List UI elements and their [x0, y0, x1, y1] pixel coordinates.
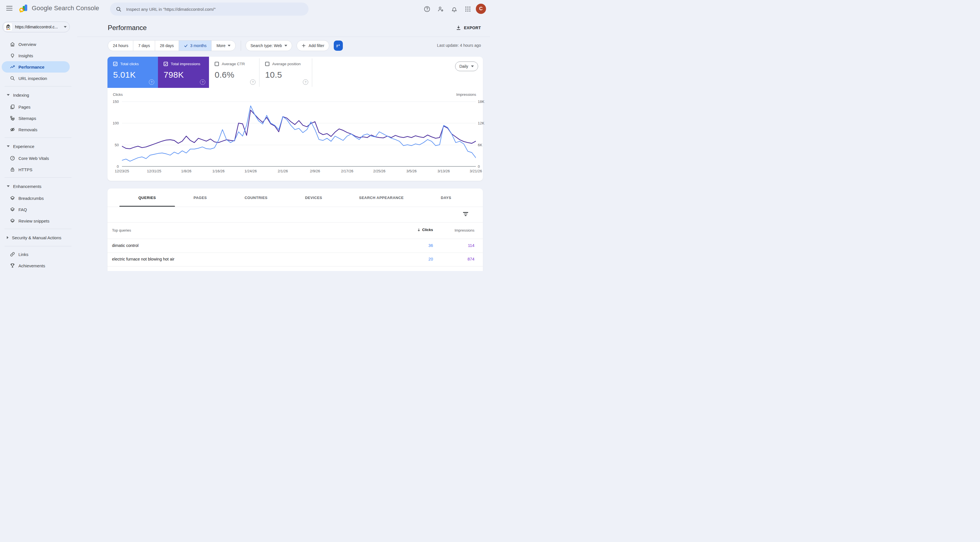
help-icon[interactable]: ? — [200, 79, 205, 85]
y-tick-label: 150 — [113, 100, 119, 104]
header-divider — [77, 37, 490, 37]
compare-filter-button[interactable] — [334, 41, 343, 51]
checkbox-checked-icon[interactable] — [113, 62, 118, 66]
sidebar-item-overview[interactable]: Overview — [0, 38, 77, 50]
tile-divider — [312, 59, 312, 87]
column-header-clicks-sorted[interactable]: Clicks — [417, 227, 433, 232]
sidebar-item-insights[interactable]: Insights — [0, 50, 77, 61]
caret-down-icon — [7, 94, 10, 96]
checkbox-unchecked-icon[interactable] — [265, 62, 269, 66]
metric-tile-total-impressions[interactable]: Total impressions 798K ? — [158, 57, 209, 88]
sort-arrow-down-icon — [417, 228, 421, 232]
lock-icon — [10, 167, 15, 172]
y-tick-label: 0 — [478, 164, 480, 168]
date-range-3-months-selected[interactable]: 3 months — [179, 41, 212, 51]
page-title: Performance — [108, 24, 146, 32]
x-tick-label: 2/25/26 — [373, 169, 385, 173]
tab-days[interactable]: DAYS — [441, 189, 452, 207]
sidebar-item-removals[interactable]: Removals — [0, 124, 77, 135]
performance-chart-svg[interactable] — [122, 102, 476, 166]
date-range-more[interactable]: More — [212, 41, 235, 51]
x-tick-label: 1/24/26 — [245, 169, 257, 173]
metric-tile-average-position[interactable]: Average position 10.5 ? — [259, 57, 312, 88]
sidebar-divider — [5, 246, 72, 246]
tab-countries[interactable]: COUNTRIES — [245, 189, 267, 207]
search-icon — [116, 6, 122, 12]
filter-list-icon[interactable] — [463, 212, 468, 216]
sidebar-item-links[interactable]: Links — [0, 249, 77, 260]
active-tab-underline — [119, 206, 175, 207]
hamburger-menu-icon[interactable] — [6, 6, 13, 12]
sidebar-item-url-inspection[interactable]: URL inspection — [0, 73, 77, 84]
filter-bar: 24 hours 7 days 28 days 3 months More Se… — [108, 40, 343, 51]
y-tick-label: 50 — [115, 143, 119, 147]
trophy-icon — [10, 263, 15, 269]
table-toolbar — [107, 207, 483, 223]
tab-search-appearance[interactable]: SEARCH APPEARANCE — [359, 189, 404, 207]
help-icon[interactable]: ? — [250, 79, 256, 85]
checkbox-unchecked-icon[interactable] — [215, 62, 219, 66]
date-range-7-days[interactable]: 7 days — [133, 41, 155, 51]
clicks-cell: 20 — [428, 257, 433, 261]
metric-tile-average-ctr[interactable]: Average CTR 0.6% ? — [209, 57, 259, 88]
x-tick-label: 2/1/26 — [278, 169, 288, 173]
filter-separator — [241, 41, 241, 51]
notifications-bell-icon[interactable] — [451, 6, 458, 13]
chevron-down-icon — [285, 45, 287, 46]
metric-value: 0.6% — [215, 70, 259, 79]
checkbox-checked-icon[interactable] — [164, 62, 168, 66]
column-header-impressions[interactable]: Impressions — [455, 228, 474, 232]
x-tick-label: 1/8/26 — [181, 169, 191, 173]
layers-icon — [10, 196, 15, 201]
sidebar-section-enhancements[interactable]: Enhancements — [0, 180, 77, 192]
sidebar-section-experience[interactable]: Experience — [0, 140, 77, 153]
column-header-query[interactable]: Top queries — [112, 228, 131, 232]
y-tick-label: 18K — [478, 100, 484, 104]
sidebar-item-https[interactable]: HTTPS — [0, 164, 77, 175]
add-filter-button[interactable]: Add filter — [297, 40, 329, 51]
sidebar-section-security-manual-actions[interactable]: Security & Manual Actions — [0, 231, 77, 244]
sidebar-item-faq[interactable]: FAQ — [0, 204, 77, 215]
date-range-24-hours[interactable]: 24 hours — [108, 41, 133, 51]
sidebar-item-review-snippets[interactable]: Review snippets — [0, 215, 77, 226]
account-avatar[interactable]: C — [476, 4, 486, 14]
filter-sparkle-icon — [336, 43, 341, 48]
property-selector[interactable]: DC https://dimaticcontrol.c... — [2, 22, 70, 32]
date-range-28-days[interactable]: 28 days — [155, 41, 179, 51]
tab-pages[interactable]: PAGES — [193, 189, 207, 207]
property-url: https://dimaticcontrol.c... — [15, 25, 64, 29]
help-icon[interactable]: ? — [149, 79, 154, 85]
export-button[interactable]: EXPORT — [456, 25, 481, 30]
tab-devices[interactable]: DEVICES — [305, 189, 322, 207]
table-row[interactable]: electric furnace not blowing hot air 20 … — [107, 253, 483, 267]
chevron-down-icon — [471, 65, 474, 67]
x-tick-label: 3/13/26 — [438, 169, 450, 173]
user-settings-icon[interactable] — [437, 6, 444, 13]
sidebar-section-indexing[interactable]: Indexing — [0, 89, 77, 101]
search-input[interactable] — [126, 6, 309, 12]
sidebar-item-achievements[interactable]: Achievements — [0, 260, 77, 271]
tab-queries[interactable]: QUERIES — [138, 189, 156, 207]
x-tick-label: 1/16/26 — [212, 169, 224, 173]
sidebar-item-breadcrumbs[interactable]: Breadcrumbs — [0, 192, 77, 204]
metric-value: 10.5 — [265, 70, 312, 79]
interval-dropdown[interactable]: Daily — [455, 62, 478, 71]
sidebar-item-pages[interactable]: Pages — [0, 101, 77, 113]
url-inspect-searchbar[interactable] — [110, 3, 309, 16]
sidebar-divider — [5, 137, 72, 138]
x-tick-label: 3/5/26 — [406, 169, 417, 173]
performance-chart-card: Total clicks 5.01K ? Total impressions 7… — [107, 57, 483, 181]
help-icon[interactable] — [424, 6, 430, 13]
sidebar-item-sitemaps[interactable]: Sitemaps — [0, 113, 77, 124]
metric-tile-total-clicks[interactable]: Total clicks 5.01K ? — [107, 57, 158, 88]
help-icon[interactable]: ? — [303, 79, 308, 85]
x-tick-label: 2/17/26 — [341, 169, 353, 173]
sidebar-item-performance[interactable]: Performance — [2, 61, 70, 73]
app-logo[interactable]: Google Search Console — [19, 3, 99, 13]
table-row[interactable]: dimatic control 36 114 — [107, 239, 483, 253]
top-app-bar: Google Search Console — [0, 0, 490, 18]
sidebar-item-core-web-vitals[interactable]: Core Web Vitals — [0, 153, 77, 164]
pages-icon — [10, 104, 15, 110]
search-type-dropdown[interactable]: Search type: Web — [245, 40, 292, 51]
google-apps-grid-icon[interactable] — [465, 6, 471, 13]
